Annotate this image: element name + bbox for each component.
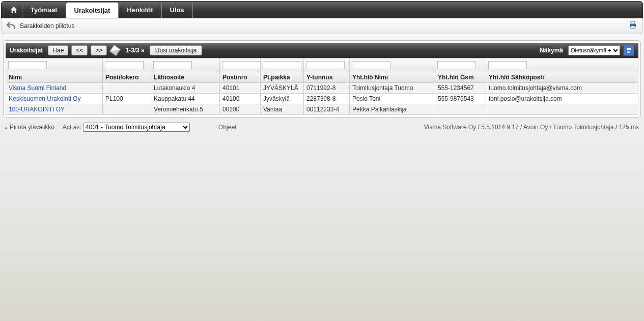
data-grid: Nimi Postilokero Lähiosoite Postinro Pt.… [6,58,638,115]
cell [486,104,638,115]
filter-lahiosoite[interactable] [153,61,192,69]
filter-yhtnimi[interactable] [352,61,390,69]
back-icon[interactable] [7,22,15,31]
svg-rect-1 [631,21,635,24]
view-select[interactable]: Oletusnäkymä + [568,45,620,55]
cell: Vantaa [261,104,304,115]
svg-rect-4 [627,48,631,50]
act-as-label: Act as: [63,124,81,131]
cell: 0711992-8 [304,83,350,94]
cell: Veromiehenkatu 5 [151,104,220,115]
cell: 2287398-8 [304,94,350,104]
col-ytunnus[interactable]: Y-tunnus [304,72,350,83]
col-yhtemail[interactable]: Yht.hlö Sähköposti [486,72,638,83]
cell: Posio Toni [350,94,435,104]
help-link[interactable]: Ohjeet [218,124,236,131]
footer: Piilota ylävalikko Act as: 4001 - Tuomo … [5,123,639,132]
table-row: 100-URAKOINTI OY Veromiehenkatu 5 00100 … [6,104,638,115]
col-ptpaikka[interactable]: Pt.paikka [261,72,304,83]
cell: 00112233-4 [304,104,350,115]
filter-ptpaikka[interactable] [263,61,301,69]
hide-top-menu-link[interactable]: Piilota ylävalikko [5,124,54,131]
cell: 555-9876543 [435,94,486,104]
panel-header: Urakoitsijat Hae << >> 1-3/3 » Uusi urak… [6,43,638,58]
filter-row [6,59,638,72]
filter-ytunnus[interactable] [306,61,345,69]
home-icon[interactable] [6,2,22,18]
footer-status: Visma Software Oy / 5.5.2014 9:17 / Avoi… [424,124,639,131]
search-button[interactable]: Hae [48,45,68,55]
svg-rect-5 [627,51,630,53]
col-postilokero[interactable]: Postilokero [103,72,151,83]
save-view-icon[interactable] [623,45,634,56]
table-row: Visma Suomi Finland Lutakonaukio 4 40101… [6,83,638,94]
cell: Kauppakatu 44 [151,94,220,104]
filter-postilokero[interactable] [105,61,144,69]
top-nav: Työmaat Urakoitsijat Henkilöt Ulos [1,1,643,18]
tab-urakoitsijat[interactable]: Urakoitsijat [66,3,119,18]
col-yhtnimi[interactable]: Yht.hlö Nimi [350,72,435,83]
row-link[interactable]: Keskisuomen Urakointi Oy [9,95,80,102]
cell: 00100 [220,104,261,115]
cell [103,104,151,115]
filter-nimi[interactable] [8,61,47,69]
col-nimi[interactable]: Nimi [6,72,103,83]
col-postinro[interactable]: Postinro [220,72,261,83]
cell [103,83,151,94]
tab-ulos[interactable]: Ulos [162,2,193,18]
pager-text: 1-3/3 » [125,47,144,54]
tab-tyomaat[interactable]: Työmaat [22,2,66,18]
cell: 40101 [220,83,261,94]
cell: PL100 [103,94,151,104]
print-icon[interactable] [628,21,637,31]
columns-toggle-link[interactable]: Sarakkeiden piilotus [20,22,74,30]
cell: tuomo.toimitusjohtaja@visma.com [486,83,638,94]
table-row: Keskisuomen Urakointi Oy PL100 Kauppakat… [6,94,638,104]
filter-postinro[interactable] [222,61,261,69]
new-urakoitsija-button[interactable]: Uusi urakoitsija [150,45,202,55]
cell: Jyväskylä [261,94,304,104]
cell: JYVÄSKYLÄ [261,83,304,94]
col-yhtgsm[interactable]: Yht.hlö Gsm [435,72,486,83]
tab-henkilot[interactable]: Henkilöt [119,2,161,18]
cell: Lutakonaukio 4 [151,83,220,94]
view-label: Näkymä [540,47,563,54]
cell: 40100 [220,94,261,104]
cell: toni.posio@urakoitsija.com [486,94,638,104]
toolbar: Sarakkeiden piilotus [1,18,643,34]
row-link[interactable]: 100-URAKOINTI OY [9,106,65,113]
header-row: Nimi Postilokero Lähiosoite Postinro Pt.… [6,72,638,83]
cell: 555-1234567 [435,83,486,94]
eraser-icon[interactable] [109,45,121,56]
col-lahiosoite[interactable]: Lähiosoite [151,72,220,83]
filter-yhtgsm[interactable] [437,61,476,69]
prev-page-button[interactable]: << [71,45,88,55]
act-as-select[interactable]: 4001 - Tuomo Toimitusjohtaja [83,123,190,132]
filter-yhtemail[interactable] [488,61,527,69]
row-link[interactable]: Visma Suomi Finland [9,84,66,92]
cell [435,104,486,115]
cell: Pekka Palkanlaskija [350,104,435,115]
next-page-button[interactable]: >> [91,45,107,55]
svg-rect-2 [631,26,635,28]
panel-title: Urakoitsijat [10,47,43,54]
cell: Toimitusjohtaja Tuomo [350,83,435,94]
urakoitsijat-panel: Urakoitsijat Hae << >> 1-3/3 » Uusi urak… [3,40,641,118]
